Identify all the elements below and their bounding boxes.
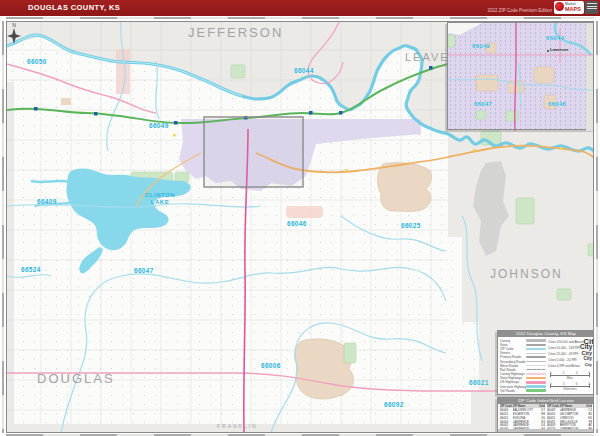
legend-line-sample — [526, 373, 546, 375]
legend-panel: 2022 Douglas County, KS Map CountyStateZ… — [497, 330, 594, 395]
title-bar: DOUGLAS COUNTY, KS 2022 ZIP Code Premium… — [0, 0, 600, 16]
zip-label-66092: 66092 — [384, 401, 404, 408]
legend-line-sample — [526, 369, 546, 370]
edition-label: 2022 ZIP Code Premium Edition — [488, 8, 552, 13]
county-label-franklin: FRANKLIN — [217, 423, 258, 429]
zip-label-66025: 66025 — [401, 222, 421, 229]
legend-city-label: Cities 4,999 and Below — [548, 364, 580, 368]
legend-line-sample — [526, 356, 546, 358]
ruler-left — [2, 21, 4, 433]
legend-line-sample — [526, 344, 546, 346]
map-page: DOUGLAS COUNTY, KS 2022 ZIP Code Premium… — [0, 0, 600, 436]
zip-label-66049: 66049 — [149, 122, 169, 129]
scale-bar-miles: 0246 Miles — [548, 371, 592, 380]
county-label-douglas: DOUGLAS — [37, 371, 115, 386]
legend-line-sample — [526, 365, 546, 366]
map-canvas: JEFFERSONLEAVENWORTHJOHNSONDOUGLASFRANKL… — [6, 21, 594, 433]
legend-line-sample — [526, 377, 546, 379]
zip-label-66047: 66047 — [134, 267, 154, 274]
legend-row-toll-roads: Toll Roads — [500, 389, 546, 393]
county-label-johnson: JOHNSON — [490, 267, 563, 281]
inset-label-lawrence: Lawrence — [550, 47, 568, 52]
legend-row-label: Toll Roads — [500, 389, 526, 393]
lawrence-inset-map: 66049660446604766046Lawrence — [447, 22, 594, 130]
legend-city-label: Cities 50,000 - 149,999 — [548, 346, 580, 350]
zip-label-66006: 66006 — [261, 362, 281, 369]
logo-swoosh-icon — [555, 2, 564, 11]
zip-label-66050: 66050 — [27, 58, 47, 65]
inset-label-66049: 66049 — [472, 43, 490, 49]
zip-label-66046: 66046 — [287, 220, 307, 227]
legend-city-label: Cities 5,000 - 24,999 — [548, 358, 577, 362]
clinton-lake — [31, 168, 191, 273]
ruler-right — [596, 21, 598, 433]
us40-highway — [7, 64, 156, 113]
legend-city-items: Cities 150,000 and AboveCityCities 50,00… — [546, 339, 592, 393]
scale-bar-km: 0369 Kilometers — [548, 382, 592, 391]
zip-label-66524: 66524 — [21, 266, 41, 273]
map-title: DOUGLAS COUNTY, KS — [28, 3, 120, 12]
inset-artwork — [448, 23, 594, 131]
county-label-leavenworth: LEAVENWORTH — [405, 51, 448, 63]
logo-maps-text: MAPS — [565, 6, 581, 12]
zip-label-66044: 66044 — [294, 67, 314, 74]
inset-extent-rectangle — [204, 117, 303, 187]
legend-line-sample — [526, 385, 546, 388]
legend-line-sample — [526, 348, 546, 350]
legend-line-sample — [526, 353, 546, 354]
legend-line-sample — [526, 389, 546, 392]
logo-tag-icon — [585, 1, 598, 14]
legend-city-row: Cities 4,999 and BelowCity — [548, 363, 592, 369]
legend-line-sample — [526, 339, 546, 342]
inset-label-66047: 66047 — [474, 101, 492, 107]
inset-label-66046: 66046 — [548, 101, 566, 107]
zip-label-66409: 66409 — [37, 198, 57, 205]
lecompton-area — [61, 98, 71, 105]
legend-city-sample: City — [585, 364, 592, 368]
lake-label: CLINTONLAKE — [145, 192, 175, 206]
builtup-area-south-lawrence — [286, 206, 323, 218]
county-label-jefferson: JEFFERSON — [188, 25, 283, 40]
logo-box: Market MAPS — [554, 1, 584, 14]
compass-rose: N — [7, 22, 21, 44]
svg-text:N: N — [12, 22, 16, 28]
eudora-city-area — [377, 163, 431, 212]
legend-line-items: CountyStateZIP CodeStreetsPrimary RoadsS… — [500, 339, 546, 393]
marketmaps-logo: Market MAPS — [554, 1, 598, 14]
legend-city-sample: City — [583, 357, 592, 362]
zip-index-panel: ZIP Code Index/Grid Locator ZIP CodeZIP … — [497, 397, 594, 433]
legend-line-sample — [526, 381, 546, 384]
zip-index-footer-bar — [498, 429, 594, 432]
inset-label-66044: 66044 — [546, 35, 564, 41]
zip-label-66021: 66021 — [469, 379, 489, 386]
legend-city-label: Cities 150,000 and Above — [548, 340, 583, 344]
legend-line-sample — [526, 361, 546, 362]
legend-city-label: Cities 25,000 - 49,999 — [548, 352, 578, 356]
ruler-top — [6, 17, 594, 19]
